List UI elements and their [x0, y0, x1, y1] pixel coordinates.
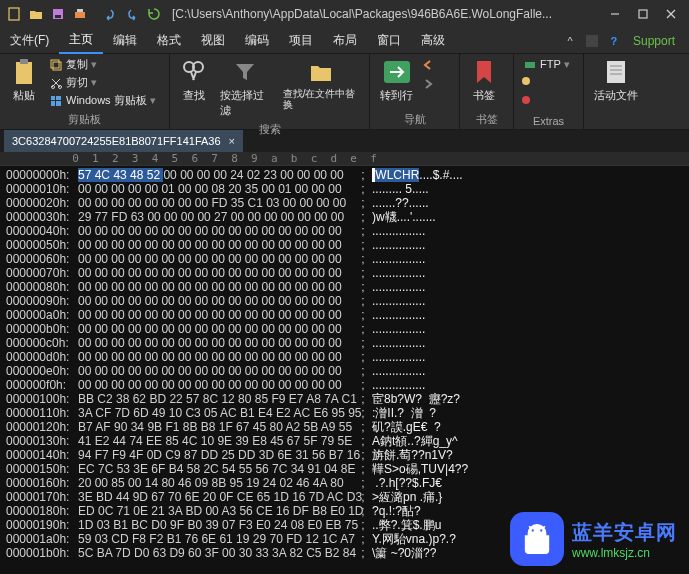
hex-line[interactable]: 000000b0h:00 00 00 00 00 00 00 00 00 00 …: [6, 322, 683, 336]
hex-bytes[interactable]: 00 00 00 00 00 00 00 00 00 00 00 00 00 0…: [78, 350, 358, 364]
hex-ascii[interactable]: ................: [372, 280, 425, 294]
file-tab[interactable]: 3C63284700724255E81B8071FF141FA36 ×: [4, 130, 243, 152]
hex-ascii[interactable]: )w韈....'.......: [372, 210, 436, 224]
hex-ascii[interactable]: :潧II.? 潧 ?: [372, 406, 436, 420]
menu-format[interactable]: 格式: [147, 28, 191, 53]
hex-ascii[interactable]: .?.h[??$.FJ€: [372, 476, 442, 490]
hex-bytes[interactable]: 00 00 00 00 00 00 00 00 00 00 00 00 00 0…: [78, 308, 358, 322]
menu-window[interactable]: 窗口: [367, 28, 411, 53]
menu-layout[interactable]: 布局: [323, 28, 367, 53]
hex-bytes[interactable]: 00 00 00 00 00 00 00 00 00 00 00 00 00 0…: [78, 336, 358, 350]
menu-file[interactable]: 文件(F): [0, 28, 59, 53]
redo-icon[interactable]: [122, 4, 142, 24]
print-icon[interactable]: [70, 4, 90, 24]
hex-bytes[interactable]: 00 00 00 00 00 00 00 00 00 00 00 00 00 0…: [78, 238, 358, 252]
menu-home[interactable]: 主页: [59, 27, 103, 54]
hex-bytes[interactable]: 5C BA 7D D0 63 D9 60 3F 00 30 33 3A 82 C…: [78, 546, 358, 560]
hex-ascii[interactable]: ................: [372, 364, 425, 378]
active-file-button[interactable]: 活动文件: [590, 56, 642, 105]
paste-button[interactable]: 粘贴: [6, 56, 42, 105]
hex-ascii[interactable]: ................: [372, 252, 425, 266]
hex-line[interactable]: 00000160h:20 00 85 00 14 80 46 09 8B 95 …: [6, 476, 683, 490]
hex-ascii[interactable]: ................: [372, 350, 425, 364]
hex-bytes[interactable]: ED 0C 71 0E 21 3A BD 00 A3 56 CE 16 DF B…: [78, 504, 358, 518]
hex-ascii[interactable]: ................: [372, 294, 425, 308]
hex-bytes[interactable]: 3E BD 44 9D 67 70 6E 20 0F CE 65 1D 16 7…: [78, 490, 358, 504]
hex-bytes[interactable]: 41 E2 44 74 EE 85 4C 10 9E 39 E8 45 67 5…: [78, 434, 358, 448]
hex-line[interactable]: 000000c0h:00 00 00 00 00 00 00 00 00 00 …: [6, 336, 683, 350]
hex-bytes[interactable]: 3A CF 7D 6D 49 10 C3 05 AC B1 E4 E2 AC E…: [78, 406, 358, 420]
find-button[interactable]: 查找: [176, 56, 212, 105]
menu-view[interactable]: 视图: [191, 28, 235, 53]
ftp-button[interactable]: FTP▾: [520, 56, 573, 72]
hex-line[interactable]: 00000100h:BB C2 38 62 BD 22 57 8C 12 80 …: [6, 392, 683, 406]
menu-encoding[interactable]: 编码: [235, 28, 279, 53]
hex-ascii[interactable]: ................: [372, 266, 425, 280]
hex-bytes[interactable]: 00 00 00 00 00 00 00 00 00 00 00 00 00 0…: [78, 280, 358, 294]
menu-project[interactable]: 项目: [279, 28, 323, 53]
copy-button[interactable]: 复制▾: [46, 56, 159, 73]
new-file-icon[interactable]: [4, 4, 24, 24]
hex-ascii[interactable]: 旃餅.萄??n1V?: [372, 448, 453, 462]
hex-line[interactable]: 00000130h:41 E2 44 74 EE 85 4C 10 9E 39 …: [6, 434, 683, 448]
hex-ascii[interactable]: .......??......: [372, 196, 429, 210]
hex-line[interactable]: 00000060h:00 00 00 00 00 00 00 00 00 00 …: [6, 252, 683, 266]
undo-icon[interactable]: [100, 4, 120, 24]
hex-line[interactable]: 00000040h:00 00 00 00 00 00 00 00 00 00 …: [6, 224, 683, 238]
hex-bytes[interactable]: 00 00 00 00 00 00 00 00 00 00 00 00 00 0…: [78, 364, 358, 378]
hex-line[interactable]: 00000010h:00 00 00 00 00 01 00 00 08 20 …: [6, 182, 683, 196]
hex-bytes[interactable]: 29 77 FD 63 00 00 00 00 27 00 00 00 00 0…: [78, 210, 358, 224]
cut-button[interactable]: 剪切▾: [46, 74, 159, 91]
hex-ascii[interactable]: ................: [372, 224, 425, 238]
hex-line[interactable]: 000000a0h:00 00 00 00 00 00 00 00 00 00 …: [6, 308, 683, 322]
hex-line[interactable]: 00000080h:00 00 00 00 00 00 00 00 00 00 …: [6, 280, 683, 294]
goto-button[interactable]: 转到行: [376, 56, 417, 105]
hex-bytes[interactable]: EC 7C 53 3E 6F B4 58 2C 54 55 56 7C 34 9…: [78, 462, 358, 476]
filter-button[interactable]: 按选择过滤: [216, 56, 275, 120]
hex-line[interactable]: 00000020h:00 00 00 00 00 00 00 00 FD 35 …: [6, 196, 683, 210]
hex-ascii[interactable]: ................: [372, 308, 425, 322]
hex-ascii[interactable]: ................: [372, 238, 425, 252]
hex-ascii[interactable]: \簘 ~?0淄??: [372, 546, 436, 560]
hex-bytes[interactable]: 1D 03 B1 BC D0 9F B0 39 07 F3 E0 24 08 E…: [78, 518, 358, 532]
maximize-button[interactable]: [629, 2, 657, 26]
hex-bytes[interactable]: 00 00 00 00 00 00 00 00 00 00 00 00 00 0…: [78, 378, 358, 392]
hex-bytes[interactable]: 00 00 00 00 00 00 00 00 00 00 00 00 00 0…: [78, 294, 358, 308]
hex-ascii[interactable]: >絚潞pn .痡.}: [372, 490, 442, 504]
hex-ascii[interactable]: Y.网駘vna.)p?.?: [372, 532, 456, 546]
hex-ascii[interactable]: 矶?謨.gE€ ?: [372, 420, 441, 434]
hex-ascii[interactable]: ................: [372, 336, 425, 350]
hex-line[interactable]: 00000030h:29 77 FD 63 00 00 00 00 27 00 …: [6, 210, 683, 224]
tab-close-button[interactable]: ×: [229, 135, 235, 147]
nav-back-icon[interactable]: [421, 58, 435, 76]
hex-line[interactable]: 00000150h:EC 7C 53 3E 6F B4 58 2C 54 55 …: [6, 462, 683, 476]
hex-ascii[interactable]: A鈉t頟..?繟g_y^: [372, 434, 458, 448]
hex-line[interactable]: 00000000h:57 4C 43 48 52 00 00 00 00 24 …: [6, 168, 683, 182]
close-button[interactable]: [657, 2, 685, 26]
hex-bytes[interactable]: 00 00 00 00 00 00 00 00 00 00 00 00 00 0…: [78, 252, 358, 266]
bookmark-button[interactable]: 书签: [466, 56, 502, 105]
theme-icon[interactable]: [583, 32, 601, 50]
hex-ascii[interactable]: ................: [372, 322, 425, 336]
save-icon[interactable]: [48, 4, 68, 24]
minimize-button[interactable]: [601, 2, 629, 26]
hex-ascii[interactable]: WLCHR....$.#....: [372, 168, 463, 182]
hex-line[interactable]: 000000f0h:00 00 00 00 00 00 00 00 00 00 …: [6, 378, 683, 392]
hex-bytes[interactable]: BB C2 38 62 BD 22 57 8C 12 80 85 F9 E7 A…: [78, 392, 358, 406]
hex-line[interactable]: 00000110h:3A CF 7D 6D 49 10 C3 05 AC B1 …: [6, 406, 683, 420]
hex-line[interactable]: 00000170h:3E BD 44 9D 67 70 6E 20 0F CE …: [6, 490, 683, 504]
hex-bytes[interactable]: 00 00 00 00 00 00 00 00 00 00 00 00 00 0…: [78, 224, 358, 238]
hex-line[interactable]: 000000d0h:00 00 00 00 00 00 00 00 00 00 …: [6, 350, 683, 364]
menu-advanced[interactable]: 高级: [411, 28, 455, 53]
hex-ascii[interactable]: ................: [372, 378, 425, 392]
hex-bytes[interactable]: 59 03 CD F8 F2 B1 76 6E 61 19 29 70 FD 1…: [78, 532, 358, 546]
hex-line[interactable]: 00000120h:B7 AF 90 34 9B F1 8B B8 1F 67 …: [6, 420, 683, 434]
hex-line[interactable]: 000000e0h:00 00 00 00 00 00 00 00 00 00 …: [6, 364, 683, 378]
hex-bytes[interactable]: 00 00 00 00 00 00 00 00 FD 35 C1 03 00 0…: [78, 196, 358, 210]
hex-ascii[interactable]: ?q.!:?酟?: [372, 504, 421, 518]
hex-bytes[interactable]: B7 AF 90 34 9B F1 8B B8 1F 67 45 80 A2 5…: [78, 420, 358, 434]
hex-ascii[interactable]: ..弊?.箕$.鹏u: [372, 518, 441, 532]
tool-icon-1[interactable]: [520, 73, 573, 91]
tool-icon-2[interactable]: [520, 92, 573, 110]
hex-bytes[interactable]: 00 00 00 00 00 00 00 00 00 00 00 00 00 0…: [78, 266, 358, 280]
